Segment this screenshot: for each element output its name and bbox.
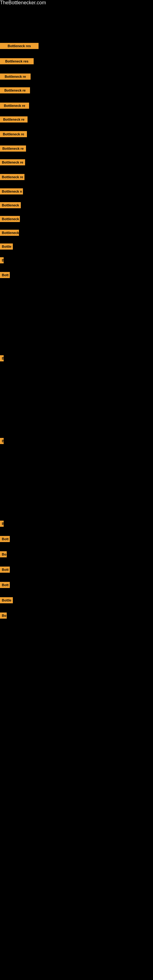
- bottleneck-button-btn6[interactable]: Bottleneck re: [0, 116, 27, 123]
- bottleneck-button-btn13[interactable]: Bottleneck: [0, 216, 20, 222]
- bottleneck-button-btn23[interactable]: Bott: [0, 566, 10, 573]
- bottleneck-button-btn11[interactable]: Bottleneck n: [0, 188, 23, 194]
- bottleneck-button-btn10[interactable]: Bottleneck re: [0, 174, 24, 180]
- site-title: TheBottlenecker.com: [0, 0, 153, 5]
- bottleneck-button-btn12[interactable]: Bottleneck: [0, 202, 21, 208]
- bottleneck-button-btn9[interactable]: Bottleneck re: [0, 159, 25, 165]
- bottleneck-button-btn1[interactable]: Bottleneck res: [0, 43, 38, 49]
- bottleneck-button-btn5[interactable]: Bottleneck re: [0, 103, 29, 109]
- bottleneck-button-btn3[interactable]: Bottleneck re: [0, 73, 30, 80]
- bottleneck-button-btn15[interactable]: Bottle: [0, 243, 13, 250]
- bottleneck-button-btn19[interactable]: B: [0, 438, 4, 444]
- bottleneck-button-btn26[interactable]: Bo: [0, 612, 7, 619]
- bottleneck-button-btn14[interactable]: Bottleneck: [0, 230, 19, 236]
- bottleneck-button-btn22[interactable]: Bo: [0, 551, 7, 557]
- bottleneck-button-btn2[interactable]: Bottleneck res: [0, 58, 33, 64]
- bottleneck-button-btn20[interactable]: B: [0, 520, 4, 527]
- bottleneck-button-btn4[interactable]: Bottleneck re: [0, 87, 30, 94]
- bottleneck-button-btn8[interactable]: Bottleneck re: [0, 145, 26, 151]
- bottleneck-button-btn25[interactable]: Bottle: [0, 597, 13, 603]
- bottleneck-button-btn17[interactable]: Bott: [0, 272, 10, 278]
- bottleneck-button-btn7[interactable]: Bottleneck re: [0, 131, 27, 137]
- bottleneck-button-btn21[interactable]: Bott: [0, 536, 10, 542]
- bottleneck-button-btn18[interactable]: B: [0, 355, 4, 361]
- bottleneck-button-btn24[interactable]: Bott: [0, 582, 10, 588]
- bottleneck-button-btn16[interactable]: B: [0, 257, 4, 263]
